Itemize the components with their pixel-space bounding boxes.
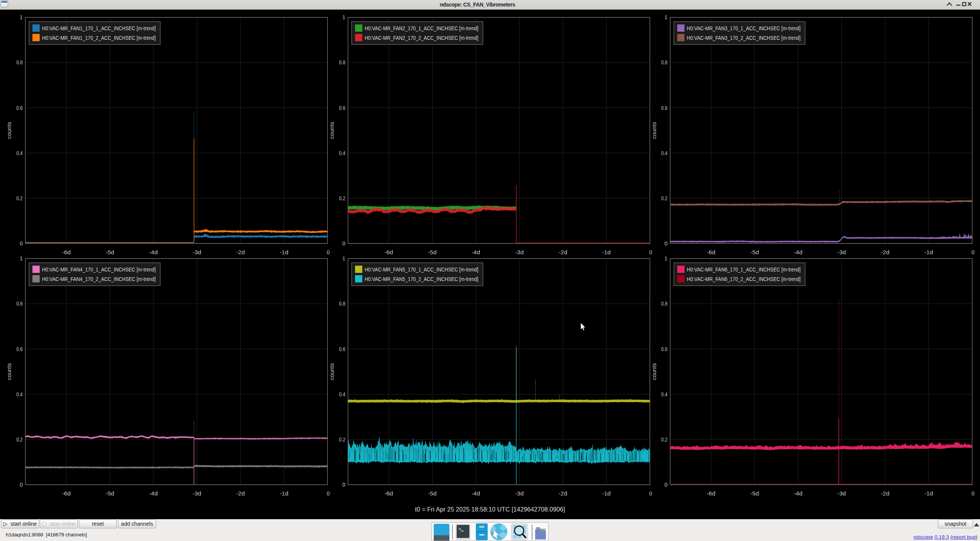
svg-text:0.2: 0.2 xyxy=(661,436,668,443)
svg-text:t0 = Fri Apr 25 2025 18:58:10: t0 = Fri Apr 25 2025 18:58:10 UTC [14296… xyxy=(415,506,565,513)
svg-text:-5d: -5d xyxy=(428,249,437,255)
svg-text:0.4: 0.4 xyxy=(339,150,346,156)
svg-text:H0:VAC-MR_FAN3_170_2_ACC_INCHS: H0:VAC-MR_FAN3_170_2_ACC_INCHSEC [m-tren… xyxy=(687,34,800,41)
svg-text:-4d: -4d xyxy=(794,490,803,497)
svg-text:-2d: -2d xyxy=(559,490,567,497)
svg-text:-2d: -2d xyxy=(881,490,890,497)
svg-text:-5d: -5d xyxy=(106,249,114,255)
svg-text:H0:VAC-MR_FAN4_170_2_ACC_INCHS: H0:VAC-MR_FAN4_170_2_ACC_INCHSEC [m-tren… xyxy=(42,276,156,282)
svg-text:0.8: 0.8 xyxy=(339,59,346,65)
svg-text:0: 0 xyxy=(972,490,975,497)
svg-text:H0:VAC-MR_FAN1_170_1_ACC_INCHS: H0:VAC-MR_FAN1_170_1_ACC_INCHSEC [m-tren… xyxy=(42,25,156,31)
svg-text:1: 1 xyxy=(342,14,345,20)
svg-text:counts: counts xyxy=(6,363,12,380)
svg-text:counts: counts xyxy=(328,122,335,139)
svg-text:-1d: -1d xyxy=(280,490,289,497)
svg-text:-6d: -6d xyxy=(62,249,71,255)
svg-text:-5d: -5d xyxy=(428,490,437,497)
svg-text:0.4: 0.4 xyxy=(16,391,23,397)
svg-text:0: 0 xyxy=(20,482,23,488)
svg-text:-1d: -1d xyxy=(602,490,611,497)
svg-text:0.2: 0.2 xyxy=(661,195,668,201)
svg-text:1: 1 xyxy=(665,14,668,20)
svg-text:counts: counts xyxy=(651,363,657,380)
svg-text:0: 0 xyxy=(327,249,330,255)
svg-text:-6d: -6d xyxy=(384,249,393,255)
svg-text:0.2: 0.2 xyxy=(16,436,23,443)
svg-text:0.8: 0.8 xyxy=(661,301,668,307)
svg-text:-1d: -1d xyxy=(924,490,933,497)
svg-text:-6d: -6d xyxy=(707,490,715,497)
svg-text:H0:VAC-MR_FAN4_170_1_ACC_INCHS: H0:VAC-MR_FAN4_170_1_ACC_INCHSEC [m-tren… xyxy=(42,266,156,273)
svg-text:-4d: -4d xyxy=(149,249,158,255)
svg-text:-1d: -1d xyxy=(924,249,933,255)
svg-text:-6d: -6d xyxy=(62,490,71,497)
svg-text:-4d: -4d xyxy=(794,249,803,255)
svg-text:0.8: 0.8 xyxy=(339,301,346,307)
svg-text:0: 0 xyxy=(665,240,668,247)
svg-text:0.8: 0.8 xyxy=(661,59,668,65)
svg-text:0: 0 xyxy=(972,249,975,255)
svg-text:-3d: -3d xyxy=(837,249,846,255)
svg-text:counts: counts xyxy=(328,363,335,380)
svg-text:-4d: -4d xyxy=(472,249,480,255)
svg-text:0.2: 0.2 xyxy=(16,195,23,201)
svg-text:-3d: -3d xyxy=(515,249,524,255)
svg-text:0: 0 xyxy=(327,490,330,497)
svg-text:-6d: -6d xyxy=(384,490,393,497)
svg-text:1: 1 xyxy=(20,255,23,262)
svg-text:>: > xyxy=(458,526,461,532)
svg-text:1: 1 xyxy=(665,255,668,262)
svg-text:0.4: 0.4 xyxy=(661,150,668,156)
svg-text:0: 0 xyxy=(649,490,652,497)
svg-text:1: 1 xyxy=(342,255,345,262)
svg-text:counts: counts xyxy=(651,122,657,139)
svg-text:0.6: 0.6 xyxy=(16,105,23,111)
svg-text:-6d: -6d xyxy=(707,249,715,255)
svg-text:0.4: 0.4 xyxy=(661,391,668,397)
svg-text:0.6: 0.6 xyxy=(661,105,668,111)
svg-text:-2d: -2d xyxy=(559,249,567,255)
svg-text:0.6: 0.6 xyxy=(16,346,23,352)
svg-text:counts: counts xyxy=(6,122,12,139)
svg-text:-3d: -3d xyxy=(837,490,846,497)
svg-text:0: 0 xyxy=(665,482,668,488)
svg-text:0.8: 0.8 xyxy=(16,59,23,65)
svg-text:0: 0 xyxy=(342,240,345,247)
svg-text:H0:VAC-MR_FAN2_170_2_ACC_INCHS: H0:VAC-MR_FAN2_170_2_ACC_INCHSEC [m-tren… xyxy=(365,34,479,41)
svg-text:0.8: 0.8 xyxy=(16,301,23,307)
svg-text:-5d: -5d xyxy=(106,490,114,497)
svg-text:0.6: 0.6 xyxy=(339,105,346,111)
svg-text:H0:VAC-MR_FAN1_170_2_ACC_INCHS: H0:VAC-MR_FAN1_170_2_ACC_INCHSEC [m-tren… xyxy=(42,34,156,41)
svg-text:-3d: -3d xyxy=(515,490,524,497)
svg-text:0: 0 xyxy=(342,482,345,488)
svg-text:0.2: 0.2 xyxy=(339,436,346,443)
svg-text:0.6: 0.6 xyxy=(661,346,668,352)
svg-text:H0:VAC-MR_FAN3_170_1_ACC_INCHS: H0:VAC-MR_FAN3_170_1_ACC_INCHSEC [m-tren… xyxy=(687,25,800,31)
svg-text:0.6: 0.6 xyxy=(339,346,346,352)
svg-text:0.4: 0.4 xyxy=(16,150,23,156)
svg-text:0: 0 xyxy=(20,240,23,247)
svg-text:-3d: -3d xyxy=(193,490,201,497)
svg-text:-2d: -2d xyxy=(236,490,245,497)
svg-text:H0:VAC-MR_FAN5_170_2_ACC_INCHS: H0:VAC-MR_FAN5_170_2_ACC_INCHSEC [m-tren… xyxy=(365,276,479,282)
svg-text:-5d: -5d xyxy=(750,490,759,497)
svg-text:-5d: -5d xyxy=(750,249,759,255)
svg-text:0: 0 xyxy=(649,249,652,255)
svg-text:-2d: -2d xyxy=(236,249,245,255)
svg-text:0.4: 0.4 xyxy=(339,391,346,397)
svg-text:H0:VAC-MR_FAN5_170_1_ACC_INCHS: H0:VAC-MR_FAN5_170_1_ACC_INCHSEC [m-tren… xyxy=(365,266,479,273)
svg-text:-3d: -3d xyxy=(193,249,201,255)
svg-text:0.2: 0.2 xyxy=(339,195,346,201)
svg-text:H0:VAC-MR_FAN6_170_2_ACC_INCHS: H0:VAC-MR_FAN6_170_2_ACC_INCHSEC [m-tren… xyxy=(687,276,800,282)
svg-text:-4d: -4d xyxy=(472,490,480,497)
svg-text:-4d: -4d xyxy=(149,490,158,497)
svg-text:1: 1 xyxy=(20,14,23,20)
svg-text:H0:VAC-MR_FAN6_170_1_ACC_INCHS: H0:VAC-MR_FAN6_170_1_ACC_INCHSEC [m-tren… xyxy=(687,266,800,273)
svg-text:-1d: -1d xyxy=(602,249,611,255)
svg-text:H0:VAC-MR_FAN2_170_1_ACC_INCHS: H0:VAC-MR_FAN2_170_1_ACC_INCHSEC [m-tren… xyxy=(365,25,479,31)
svg-text:-2d: -2d xyxy=(881,249,890,255)
svg-text:-1d: -1d xyxy=(280,249,289,255)
